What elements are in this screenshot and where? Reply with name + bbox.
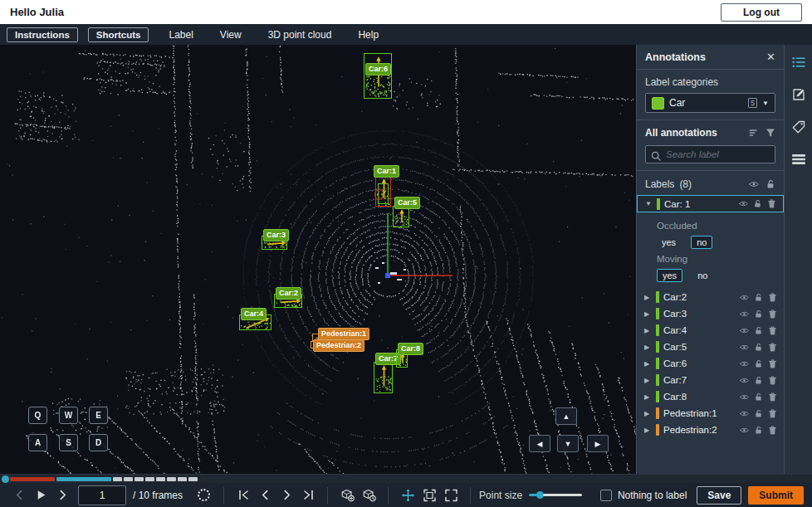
occluded-option-no[interactable]: no <box>691 236 712 249</box>
nothing-to-label-checkbox[interactable] <box>600 490 612 501</box>
expand-triangle-icon[interactable]: ▶ <box>644 427 652 434</box>
annotation-tag[interactable]: Car:4 <box>241 308 267 320</box>
play-icon[interactable] <box>30 486 51 505</box>
visibility-eye-icon[interactable] <box>740 426 749 435</box>
unlock-icon[interactable] <box>754 359 763 368</box>
visibility-eye-icon[interactable] <box>740 376 749 385</box>
visibility-eye-icon[interactable] <box>740 409 749 418</box>
frame-segment[interactable] <box>113 477 122 481</box>
label-row[interactable]: ▶Pedestrian:1 <box>637 405 784 422</box>
visibility-all-eye-icon[interactable] <box>749 179 759 189</box>
pan-right-button[interactable]: ▶ <box>587 435 609 452</box>
annotation-tag[interactable]: Car:5 <box>394 197 420 209</box>
label-row[interactable]: ▶Pedestrian:2 <box>637 422 784 438</box>
frame-segment[interactable] <box>145 477 154 481</box>
close-icon[interactable]: ✕ <box>766 53 775 61</box>
expand-triangle-icon[interactable]: ▶ <box>644 410 652 417</box>
unlock-icon[interactable] <box>754 310 763 319</box>
add-cuboid-all-frames-icon[interactable] <box>358 486 379 505</box>
unlock-all-icon[interactable] <box>766 179 775 189</box>
next-frame-icon[interactable] <box>276 486 297 505</box>
expand-triangle-icon[interactable]: ▶ <box>644 310 652 318</box>
filter-icon[interactable] <box>766 128 775 138</box>
expand-triangle-icon[interactable]: ▶ <box>644 393 652 401</box>
unlock-icon[interactable] <box>754 293 763 302</box>
visibility-eye-icon[interactable] <box>740 343 749 352</box>
unlock-icon[interactable] <box>753 199 762 208</box>
visibility-eye-icon[interactable] <box>740 392 749 402</box>
frame-segment[interactable] <box>156 477 165 481</box>
annotation-tag[interactable]: Car:3 <box>263 229 289 241</box>
menu-label[interactable]: Label <box>159 29 203 41</box>
pan-down-button[interactable]: ▼ <box>557 435 579 452</box>
pan-up-button[interactable]: ▲ <box>555 407 577 425</box>
label-row[interactable]: ▶Car:2 <box>637 289 784 305</box>
annotation-tag[interactable]: Car:1 <box>374 165 399 178</box>
tag-icon[interactable] <box>792 120 805 134</box>
instructions-button[interactable]: Instructions <box>7 27 78 42</box>
frame-progress-bar[interactable] <box>0 475 812 483</box>
logout-button[interactable]: Log out <box>721 3 802 22</box>
unlock-icon[interactable] <box>754 392 763 402</box>
point-size-slider[interactable] <box>529 491 582 499</box>
frame-segment[interactable] <box>135 477 144 481</box>
unlock-icon[interactable] <box>754 326 763 335</box>
fullscreen-icon[interactable] <box>440 486 462 505</box>
frame-segment[interactable] <box>178 477 187 481</box>
annotation-tag[interactable]: Pedestrian:1 <box>318 328 369 340</box>
expand-triangle-icon[interactable]: ▶ <box>644 327 652 334</box>
hint-key-s[interactable]: S <box>59 434 78 451</box>
expand-triangle-icon[interactable]: ▶ <box>644 360 652 368</box>
unlock-icon[interactable] <box>754 376 763 385</box>
label-row[interactable]: ▶Car:3 <box>637 305 784 322</box>
delete-trash-icon[interactable] <box>768 426 777 435</box>
shortcuts-button[interactable]: Shortcuts <box>88 27 149 42</box>
expand-triangle-icon[interactable]: ▶ <box>644 344 652 351</box>
frame-segment[interactable] <box>167 477 176 481</box>
label-row[interactable]: ▶Car:6 <box>637 355 784 372</box>
visibility-eye-icon[interactable] <box>739 199 748 208</box>
moving-option-no[interactable]: no <box>692 270 712 281</box>
frame-segment[interactable] <box>56 477 111 481</box>
delete-trash-icon[interactable] <box>767 199 776 208</box>
label-row[interactable]: ▶Car:7 <box>637 372 784 388</box>
step-forward-icon[interactable] <box>51 486 73 505</box>
prev-frame-icon[interactable] <box>254 486 276 505</box>
label-row[interactable]: ▶Car:5 <box>637 339 784 355</box>
label-category-dropdown[interactable]: Car 5 ▼ <box>645 93 775 113</box>
label-row[interactable]: ▼Car: 1 <box>637 195 784 212</box>
hint-key-q[interactable]: Q <box>28 407 47 424</box>
edit-pencil-icon[interactable] <box>792 88 805 101</box>
save-button[interactable]: Save <box>697 486 741 505</box>
delete-trash-icon[interactable] <box>768 409 777 418</box>
hint-key-a[interactable]: A <box>28 434 47 451</box>
delete-trash-icon[interactable] <box>768 359 777 368</box>
unlock-icon[interactable] <box>754 426 763 435</box>
menu-view[interactable]: View <box>210 29 252 41</box>
delete-trash-icon[interactable] <box>768 343 777 352</box>
hint-key-e[interactable]: E <box>89 407 108 424</box>
annotation-tag[interactable]: Car:8 <box>398 343 423 355</box>
cuboid-car-1[interactable] <box>375 175 391 207</box>
rows-icon[interactable] <box>792 153 805 166</box>
menu-3d-point-cloud[interactable]: 3D point cloud <box>258 29 342 41</box>
occluded-option-yes[interactable]: yes <box>657 236 681 248</box>
visibility-eye-icon[interactable] <box>740 359 749 368</box>
annotation-tag[interactable]: Car:6 <box>365 63 391 76</box>
sort-icon[interactable] <box>749 128 759 138</box>
collapse-triangle-icon[interactable]: ▼ <box>645 200 653 207</box>
expand-triangle-icon[interactable]: ▶ <box>644 377 652 384</box>
moving-option-yes[interactable]: yes <box>657 269 682 282</box>
search-label-input[interactable] <box>645 145 775 163</box>
delete-trash-icon[interactable] <box>768 392 777 402</box>
move-tool-icon[interactable] <box>397 486 418 505</box>
step-back-icon[interactable] <box>8 486 30 505</box>
add-cuboid-icon[interactable] <box>336 486 358 505</box>
pan-left-button[interactable]: ◀ <box>529 435 550 452</box>
delete-trash-icon[interactable] <box>768 293 777 302</box>
unlock-icon[interactable] <box>754 343 763 352</box>
point-cloud-viewport[interactable]: Car:6Car:1Car:5Car:3Car:2Car:4Car:7Car:8… <box>0 45 636 474</box>
unlock-icon[interactable] <box>754 409 763 418</box>
frame-segment[interactable] <box>10 477 55 481</box>
playhead-dot[interactable] <box>2 475 9 483</box>
